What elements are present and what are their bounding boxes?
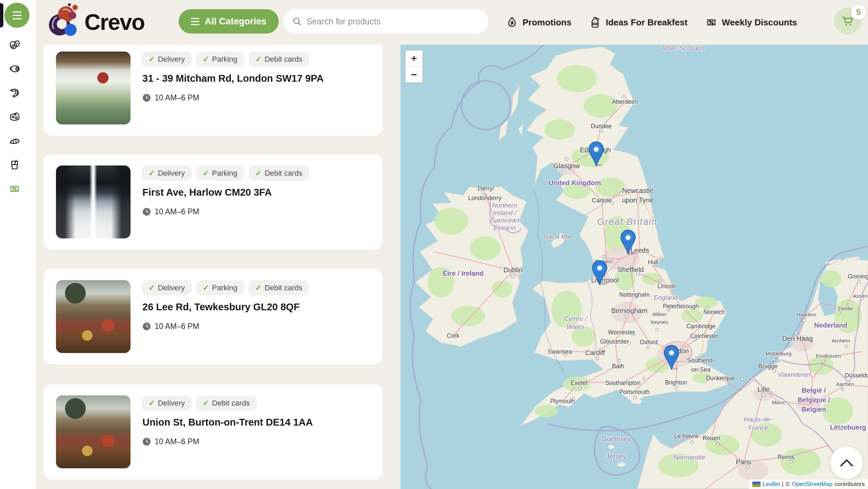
map-marker-london[interactable]	[664, 345, 679, 370]
check-icon: ✓	[203, 169, 209, 178]
ticket-percent-icon	[8, 183, 21, 195]
tag-debit-cards: ✓Debit cards	[249, 52, 309, 67]
tag-debit-cards: ✓Debit cards	[249, 165, 309, 181]
store-photo	[56, 165, 131, 238]
clock-icon	[142, 94, 151, 102]
store-hours: 10 AM–6 PM	[142, 437, 199, 446]
syrup-jar-icon	[589, 16, 601, 28]
store-map[interactable]: Alba / ScotlandAberdeenDundeeEdinburghGl…	[400, 45, 868, 489]
check-icon: ✓	[255, 55, 261, 64]
croissant-icon	[8, 135, 21, 147]
osm-link[interactable]: OpenStreetMap	[792, 481, 832, 488]
store-hours: 10 AM–6 PM	[142, 322, 199, 331]
map-marker-leeds[interactable]	[620, 230, 636, 255]
cart-button[interactable]: 5	[834, 7, 861, 35]
category-sidebar	[0, 0, 36, 489]
clock-icon	[142, 208, 151, 216]
store-photo	[56, 280, 131, 353]
check-icon: ✓	[203, 399, 209, 408]
shrimp-icon	[8, 86, 21, 99]
store-hours: 10 AM–6 PM	[142, 207, 199, 216]
nav-promotions[interactable]: Promotions	[506, 16, 571, 28]
brand-logo[interactable]: Crevo	[45, 2, 144, 42]
ticket-percent-icon	[705, 16, 717, 28]
brand-name: Crevo	[84, 9, 144, 35]
cart-count-badge: 5	[851, 5, 866, 20]
clock-icon	[142, 322, 151, 331]
tag-parking: ✓Parking	[196, 165, 244, 181]
quick-nav: Promotions Ideas For Breakfest Weekly Di…	[506, 0, 797, 45]
sidebar-item-produce[interactable]	[8, 38, 21, 51]
all-categories-button[interactable]: All Categories	[179, 9, 279, 34]
store-address: 26 Lee Rd, Tewkesbury GL20 8QF	[142, 301, 300, 313]
sidebar-item-bakery[interactable]	[8, 134, 21, 147]
chevron-up-icon	[840, 458, 853, 467]
tag-debit-cards: ✓Debit cards	[249, 280, 309, 295]
tag-delivery: ✓Delivery	[142, 165, 192, 181]
zoom-out-button[interactable]: −	[406, 66, 422, 82]
tag-parking: ✓Parking	[196, 52, 244, 67]
store-card[interactable]: ✓Delivery ✓Debit cards Union St, Burton-…	[43, 384, 382, 480]
clock-icon	[142, 437, 151, 446]
check-icon: ✓	[255, 283, 261, 292]
store-card[interactable]: ✓Delivery ✓Parking ✓Debit cards 31 - 39 …	[43, 40, 382, 136]
ham-icon	[8, 62, 21, 75]
map-marker-edinburgh[interactable]	[589, 141, 604, 167]
sidebar-item-seafood[interactable]	[8, 86, 21, 99]
tag-delivery: ✓Delivery	[142, 395, 192, 411]
search-input[interactable]	[307, 17, 479, 26]
check-icon: ✓	[149, 283, 155, 292]
store-photo	[56, 52, 131, 124]
nav-ideas-for-breakfest[interactable]: Ideas For Breakfest	[589, 16, 687, 28]
avocado-icon	[8, 38, 21, 51]
drink-icon	[8, 159, 21, 171]
search-bar	[283, 9, 488, 34]
sidebar-item-beverages[interactable]	[8, 158, 21, 171]
check-icon: ✓	[149, 55, 155, 64]
sidebar-item-discounts[interactable]	[8, 182, 21, 195]
check-icon: ✓	[203, 55, 209, 64]
ukraine-flag-icon	[752, 482, 761, 487]
drawer-edge	[0, 3, 3, 27]
menu-button[interactable]	[4, 3, 29, 28]
store-hours: 10 AM–6 PM	[142, 93, 199, 102]
cheese-icon	[8, 111, 21, 123]
store-address: Union St, Burton-on-Trent DE14 1AA	[142, 417, 313, 428]
store-address: 31 - 39 Mitcham Rd, London SW17 9PA	[142, 73, 323, 84]
map-marker-layer	[400, 45, 868, 489]
scroll-to-top-button[interactable]	[830, 447, 863, 479]
search-icon	[292, 17, 302, 26]
nav-weekly-discounts[interactable]: Weekly Discounts	[705, 16, 797, 28]
map-attribution: Leaflet | © OpenStreetMap contributors	[749, 480, 868, 489]
map-marker-liverpool[interactable]	[592, 260, 607, 285]
check-icon: ✓	[149, 169, 155, 178]
check-icon: ✓	[255, 169, 261, 178]
check-icon: ✓	[149, 399, 155, 408]
crevo-logo-icon	[45, 2, 83, 42]
flame-icon	[506, 16, 518, 28]
sidebar-item-meat[interactable]	[8, 62, 21, 75]
tag-parking: ✓Parking	[196, 280, 244, 295]
store-address: First Ave, Harlow CM20 3FA	[142, 187, 272, 198]
store-card[interactable]: ✓Delivery ✓Parking ✓Debit cards 26 Lee R…	[43, 269, 382, 365]
store-photo	[56, 395, 131, 468]
top-header: Crevo All Categories Promotions Ideas Fo…	[36, 0, 868, 45]
map-zoom-control: + −	[405, 50, 423, 83]
zoom-in-button[interactable]: +	[406, 51, 422, 66]
tag-debit-cards: ✓Debit cards	[196, 395, 257, 411]
check-icon: ✓	[203, 283, 209, 292]
store-card[interactable]: ✓Delivery ✓Parking ✓Debit cards First Av…	[43, 154, 382, 250]
sidebar-item-cheese[interactable]	[8, 110, 21, 123]
tag-delivery: ✓Delivery	[142, 280, 192, 295]
categories-menu-icon	[191, 18, 199, 25]
leaflet-link[interactable]: Leaflet	[763, 481, 780, 488]
tag-delivery: ✓Delivery	[142, 52, 192, 67]
